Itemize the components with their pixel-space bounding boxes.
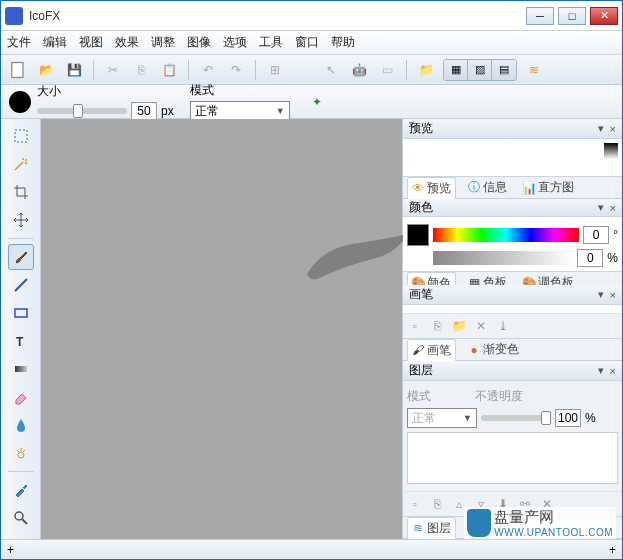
separator bbox=[8, 238, 34, 239]
new-button[interactable] bbox=[7, 59, 29, 81]
redo-button[interactable]: ↷ bbox=[225, 59, 247, 81]
cut-button[interactable]: ✂ bbox=[102, 59, 124, 81]
rect-tool[interactable] bbox=[8, 300, 34, 326]
wand-tool[interactable] bbox=[8, 151, 34, 177]
tab-layer[interactable]: ≋图层 bbox=[407, 517, 456, 540]
dodge-tool[interactable] bbox=[8, 440, 34, 466]
gradient-icon: ● bbox=[468, 344, 480, 356]
app-logo-icon bbox=[5, 7, 23, 25]
hue-slider[interactable] bbox=[433, 228, 579, 242]
menu-tools[interactable]: 工具 bbox=[259, 34, 283, 51]
grid-toggle-group: ▦ ▨ ▤ bbox=[443, 59, 517, 81]
open-button[interactable]: 📂 bbox=[35, 59, 57, 81]
size-slider[interactable] bbox=[37, 108, 127, 114]
window-title: IcoFX bbox=[29, 9, 526, 23]
eyedropper-tool[interactable] bbox=[8, 477, 34, 503]
tab-gradient[interactable]: ●渐变色 bbox=[464, 339, 523, 360]
menu-options[interactable]: 选项 bbox=[223, 34, 247, 51]
chevron-down-icon: ▼ bbox=[276, 106, 285, 116]
copy-layer-icon[interactable]: ⎘ bbox=[429, 496, 445, 512]
copy-brush-icon[interactable]: ⎘ bbox=[429, 318, 445, 334]
layer-list[interactable] bbox=[407, 432, 618, 484]
menu-edit[interactable]: 编辑 bbox=[43, 34, 67, 51]
collapse-icon[interactable]: ▾ bbox=[598, 201, 604, 214]
minimize-button[interactable]: ─ bbox=[526, 7, 554, 25]
tab-histogram[interactable]: 📊直方图 bbox=[519, 177, 578, 198]
save-button[interactable]: 💾 bbox=[63, 59, 85, 81]
tab-preview[interactable]: 👁预览 bbox=[407, 177, 456, 200]
paste-button[interactable]: 📋 bbox=[158, 59, 180, 81]
menu-help[interactable]: 帮助 bbox=[331, 34, 355, 51]
menu-image[interactable]: 图像 bbox=[187, 34, 211, 51]
eraser-tool[interactable] bbox=[8, 384, 34, 410]
marquee-tool[interactable] bbox=[8, 123, 34, 149]
new-brush-icon[interactable]: ▫ bbox=[407, 318, 423, 334]
size-value[interactable]: 50 bbox=[131, 102, 157, 120]
collapse-icon[interactable]: ▾ bbox=[598, 122, 604, 135]
tab-info[interactable]: ⓘ信息 bbox=[464, 177, 511, 198]
maximize-button[interactable]: □ bbox=[558, 7, 586, 25]
close-button[interactable]: ✕ bbox=[590, 7, 618, 25]
delete-icon[interactable]: ✕ bbox=[473, 318, 489, 334]
copy-button[interactable]: ⎘ bbox=[130, 59, 152, 81]
main-area: T × 预览▾× 👁预览 ⓘ信息 📊直方图 颜色▾× bbox=[1, 119, 622, 539]
wand-icon[interactable]: ✦ bbox=[306, 91, 328, 113]
layer-mode-select[interactable]: 正常▼ bbox=[407, 408, 477, 428]
crop-tool[interactable] bbox=[8, 179, 34, 205]
toolbox: T bbox=[1, 119, 41, 539]
collapse-icon[interactable]: ▾ bbox=[598, 364, 604, 377]
size-label: 大小 bbox=[37, 83, 174, 100]
blur-tool[interactable] bbox=[8, 412, 34, 438]
windows-icon[interactable]: ⊞ bbox=[264, 59, 286, 81]
apple-icon[interactable] bbox=[292, 59, 314, 81]
undo-button[interactable]: ↶ bbox=[197, 59, 219, 81]
svg-rect-5 bbox=[15, 366, 27, 372]
preview-title: 预览 bbox=[409, 120, 433, 137]
color-title: 颜色 bbox=[409, 199, 433, 216]
folder-icon[interactable]: 📁 bbox=[415, 59, 437, 81]
color-swatch[interactable] bbox=[407, 224, 429, 246]
opacity-slider[interactable] bbox=[481, 415, 551, 421]
import-icon[interactable]: ⤓ bbox=[495, 318, 511, 334]
eye-icon: 👁 bbox=[412, 182, 424, 194]
canvas-area: × bbox=[41, 119, 402, 539]
layer-mode-label: 模式 bbox=[407, 388, 431, 405]
text-tool[interactable]: T bbox=[8, 328, 34, 354]
android-icon[interactable]: 🤖 bbox=[348, 59, 370, 81]
menu-adjust[interactable]: 调整 bbox=[151, 34, 175, 51]
line-tool[interactable] bbox=[8, 272, 34, 298]
separator bbox=[93, 60, 94, 80]
close-panel-icon[interactable]: × bbox=[610, 289, 616, 301]
status-right: + bbox=[609, 543, 616, 557]
cursor-icon[interactable]: ↖ bbox=[320, 59, 342, 81]
opacity-value[interactable]: 100 bbox=[555, 409, 581, 427]
zoom-tool[interactable] bbox=[8, 505, 34, 531]
close-panel-icon[interactable]: × bbox=[610, 202, 616, 214]
lightness-value[interactable]: 0 bbox=[577, 249, 603, 267]
mode-label: 模式 bbox=[190, 82, 290, 99]
menu-file[interactable]: 文件 bbox=[7, 34, 31, 51]
layers-icon[interactable]: ≋ bbox=[523, 59, 545, 81]
grid-toggle-1[interactable]: ▦ bbox=[444, 60, 468, 80]
tab-brush[interactable]: 🖌画笔 bbox=[407, 339, 456, 362]
menu-window[interactable]: 窗口 bbox=[295, 34, 319, 51]
grid-toggle-3[interactable]: ▤ bbox=[492, 60, 516, 80]
options-bar: 大小 50 px 模式 正常▼ ✦ bbox=[1, 85, 622, 119]
move-tool[interactable] bbox=[8, 207, 34, 233]
lightness-slider[interactable] bbox=[433, 251, 573, 265]
canvas[interactable] bbox=[41, 119, 402, 539]
grid-toggle-2[interactable]: ▨ bbox=[468, 60, 492, 80]
close-panel-icon[interactable]: × bbox=[610, 365, 616, 377]
phone-icon[interactable]: ▭ bbox=[376, 59, 398, 81]
menu-effects[interactable]: 效果 bbox=[115, 34, 139, 51]
folder-icon[interactable]: 📁 bbox=[451, 318, 467, 334]
close-panel-icon[interactable]: × bbox=[610, 123, 616, 135]
menu-view[interactable]: 视图 bbox=[79, 34, 103, 51]
brush-tool[interactable] bbox=[8, 244, 34, 270]
shield-icon bbox=[467, 509, 491, 537]
mode-select[interactable]: 正常▼ bbox=[190, 101, 290, 121]
hue-value[interactable]: 0 bbox=[583, 226, 609, 244]
gradient-tool[interactable] bbox=[8, 356, 34, 382]
collapse-icon[interactable]: ▾ bbox=[598, 288, 604, 301]
new-layer-icon[interactable]: ▫ bbox=[407, 496, 423, 512]
